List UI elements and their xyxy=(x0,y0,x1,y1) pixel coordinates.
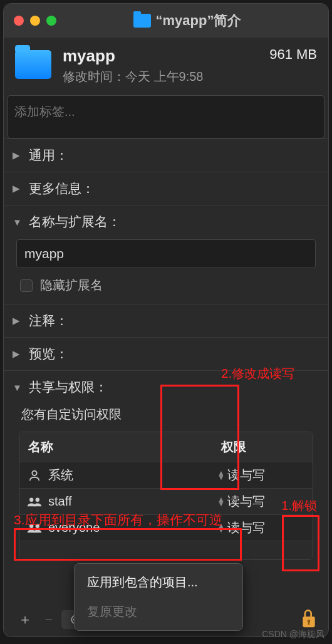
annotation-text: 1.解锁 xyxy=(281,497,317,514)
watermark: CSDN @海旋风 xyxy=(262,629,324,640)
permissions-table: 名称 权限 系统 ▲▼读与写 staff ▲▼读与写 everyone ▲▼读与… xyxy=(19,432,313,560)
item-size: 961 MB xyxy=(269,46,317,63)
header: myapp 修改时间：今天 上午9:58 961 MB xyxy=(4,38,328,91)
chevron-right-icon: ▶ xyxy=(13,315,24,326)
minimize-button[interactable] xyxy=(30,16,40,26)
name-input[interactable] xyxy=(16,239,316,268)
chevron-right-icon: ▶ xyxy=(13,348,24,360)
menu-apply-enclosed[interactable]: 应用到包含的项目... xyxy=(78,568,239,597)
column-name: 名称 xyxy=(19,432,212,462)
privilege-select[interactable]: ▲▼读与写 xyxy=(212,462,313,488)
chevron-right-icon: ▶ xyxy=(13,150,24,161)
chevron-down-icon: ▼ xyxy=(13,382,24,393)
section-more-info[interactable]: ▶更多信息： xyxy=(4,172,328,205)
svg-point-2 xyxy=(36,497,39,501)
section-comments[interactable]: ▶注释： xyxy=(4,304,328,337)
hide-extension-label: 隐藏扩展名 xyxy=(40,277,103,294)
hide-extension-checkbox[interactable] xyxy=(20,279,33,292)
table-row[interactable]: 系统 ▲▼读与写 xyxy=(19,462,313,488)
svg-point-1 xyxy=(29,497,33,501)
section-name-ext[interactable]: ▼名称与扩展名： xyxy=(4,205,328,238)
chevron-down-icon: ▼ xyxy=(13,217,24,227)
section-general[interactable]: ▶通用： xyxy=(4,138,328,172)
action-menu: 应用到包含的项目... 复原更改 xyxy=(74,563,243,631)
window-title: “myapp”简介 xyxy=(156,11,242,30)
remove-button[interactable]: − xyxy=(38,610,60,629)
zoom-button[interactable] xyxy=(46,16,56,26)
folder-icon xyxy=(15,50,51,79)
stepper-icon: ▲▼ xyxy=(217,471,225,480)
item-name: myapp xyxy=(63,46,269,66)
table-row xyxy=(19,541,313,559)
folder-icon xyxy=(133,14,151,28)
lock-icon[interactable] xyxy=(299,609,318,630)
annotation-text: 2.修改成读写 xyxy=(221,365,294,382)
tags-input[interactable]: 添加标签... xyxy=(8,95,324,138)
column-privilege: 权限 xyxy=(212,432,313,462)
permission-message: 您有自定访问权限 xyxy=(21,406,122,423)
table-row[interactable]: staff ▲▼读与写 xyxy=(19,488,313,514)
titlebar: “myapp”简介 xyxy=(4,4,328,38)
chevron-right-icon: ▶ xyxy=(13,183,24,194)
stepper-icon: ▲▼ xyxy=(217,497,225,506)
modified-time: 修改时间：今天 上午9:58 xyxy=(63,68,269,85)
add-button[interactable]: ＋ xyxy=(14,610,36,629)
user-icon xyxy=(27,469,42,482)
privilege-select[interactable]: ▲▼读与写 xyxy=(212,515,313,541)
close-button[interactable] xyxy=(14,16,24,26)
group-icon xyxy=(27,496,42,508)
annotation-text: 3.应用到目录下面所有，操作不可逆 xyxy=(14,511,222,529)
svg-point-0 xyxy=(32,470,36,475)
traffic-lights xyxy=(14,16,56,26)
get-info-window: “myapp”简介 myapp 修改时间：今天 上午9:58 961 MB 添加… xyxy=(4,4,328,636)
svg-rect-11 xyxy=(308,622,309,625)
menu-revert: 复原更改 xyxy=(78,597,239,626)
